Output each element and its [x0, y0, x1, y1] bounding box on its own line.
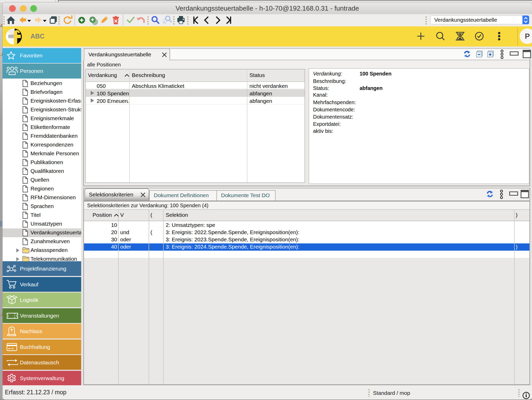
svg-text:P: P: [525, 32, 530, 40]
svg-text:ABC: ABC: [31, 33, 44, 40]
